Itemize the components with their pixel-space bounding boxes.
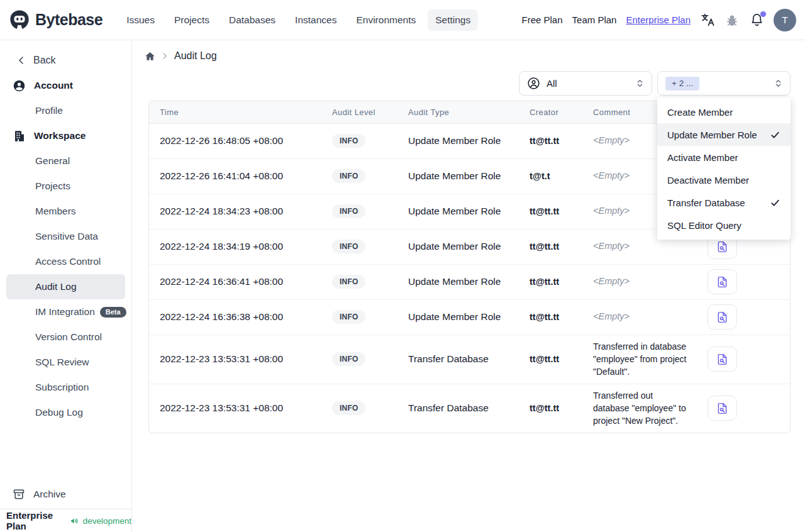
- translate-icon[interactable]: [700, 13, 715, 28]
- audit-level-cell: INFO: [321, 123, 397, 158]
- free-plan-link[interactable]: Free Plan: [522, 14, 563, 25]
- sidebar-item-profile[interactable]: Profile: [6, 98, 125, 123]
- audit-level-cell: INFO: [321, 194, 397, 229]
- menu-item-transfer-database[interactable]: Transfer Database: [657, 191, 791, 214]
- audit-log-row: 2022-12-23 13:53:31 +08:00 INFO Transfer…: [149, 384, 790, 433]
- info-badge: INFO: [332, 401, 365, 415]
- navbar-right: Free Plan Team Plan Enterprise Plan T: [522, 9, 796, 31]
- bug-report-icon[interactable]: [724, 13, 740, 28]
- brand-name: Bytebase: [35, 11, 103, 29]
- team-plan-link[interactable]: Team Plan: [572, 14, 617, 25]
- enterprise-plan-link[interactable]: Enterprise Plan: [626, 14, 691, 25]
- time-cell: 2022-12-26 16:48:05 +08:00: [149, 123, 321, 158]
- main-nav: Issues Projects Databases Instances Envi…: [119, 9, 478, 31]
- menu-item-sql-editor-query[interactable]: SQL Editor Query: [657, 214, 791, 236]
- menu-item-update-member-role[interactable]: Update Member Role: [657, 123, 791, 146]
- audit-type-cell: Update Member Role: [397, 299, 519, 335]
- breadcrumb-current: Audit Log: [174, 50, 217, 62]
- back-button[interactable]: Back: [0, 48, 131, 73]
- info-badge: INFO: [332, 310, 365, 324]
- archive-icon: [13, 488, 25, 501]
- sidebar-item-members[interactable]: Members: [6, 199, 125, 224]
- audit-type-cell: Update Member Role: [397, 158, 519, 194]
- comment-cell: <Empty>: [582, 264, 697, 299]
- info-badge: INFO: [332, 204, 365, 218]
- view-detail-button[interactable]: [708, 269, 737, 294]
- audit-type-cell: Update Member Role: [397, 264, 519, 299]
- file-search-icon: [716, 240, 729, 253]
- person-icon: [527, 77, 540, 90]
- bytebase-logo-icon: [9, 9, 30, 31]
- menu-item-label: Deactivate Member: [667, 175, 749, 186]
- menu-item-activate-member[interactable]: Activate Member: [657, 146, 791, 169]
- creator-cell: tt@tt.tt: [519, 384, 582, 433]
- action-cell: [697, 264, 790, 299]
- column-header-audit-type: Audit Type: [397, 101, 519, 123]
- view-detail-button[interactable]: [708, 346, 737, 372]
- avatar[interactable]: T: [774, 9, 796, 31]
- creator-filter-select[interactable]: All: [519, 71, 652, 96]
- file-search-icon: [716, 275, 729, 289]
- group-label: Account: [34, 80, 73, 91]
- building-icon: [13, 130, 26, 143]
- sidebar-item-subscription[interactable]: Subscription: [6, 375, 125, 400]
- comment-cell: Transferred in database "employee" from …: [582, 335, 697, 384]
- settings-sidebar: Back Account Profile Workspace General P…: [0, 40, 132, 532]
- menu-item-label: Create Member: [667, 107, 733, 118]
- menu-item-label: Update Member Role: [667, 130, 757, 140]
- sidebar-item-debug-log[interactable]: Debug Log: [6, 400, 125, 425]
- creator-cell: tt@tt.tt: [519, 194, 582, 229]
- environment-label: development: [83, 516, 131, 526]
- nav-databases[interactable]: Databases: [221, 9, 283, 31]
- info-badge: INFO: [332, 352, 365, 366]
- sidebar-item-version-control[interactable]: Version Control: [6, 324, 125, 350]
- view-detail-button[interactable]: [708, 304, 737, 330]
- file-search-icon: [716, 353, 729, 366]
- menu-item-deactivate-member[interactable]: Deactivate Member: [657, 169, 791, 191]
- sidebar-item-archive[interactable]: Archive: [0, 480, 131, 509]
- audit-type-filter-select[interactable]: + 2 ...: [657, 71, 791, 96]
- sidebar-item-im-integration[interactable]: IM Integration Beta: [6, 299, 125, 324]
- creator-cell: tt@tt.tt: [519, 123, 582, 158]
- sidebar-item-sql-review[interactable]: SQL Review: [6, 350, 125, 375]
- sidebar-item-access-control[interactable]: Access Control: [6, 249, 125, 274]
- audit-level-cell: INFO: [321, 264, 397, 299]
- notification-bell-icon[interactable]: [749, 13, 764, 28]
- volume-icon: [70, 516, 79, 526]
- menu-item-create-member[interactable]: Create Member: [657, 101, 791, 123]
- selector-icon: [635, 78, 645, 89]
- sidebar-item-general[interactable]: General: [6, 148, 125, 174]
- audit-type-cell: Update Member Role: [397, 229, 519, 264]
- column-header-audit-level: Audit Level: [321, 101, 397, 123]
- home-icon[interactable]: [145, 51, 155, 62]
- archive-label: Archive: [33, 489, 66, 500]
- sidebar-item-audit-log[interactable]: Audit Log: [6, 274, 125, 299]
- creator-cell: tt@tt.tt: [519, 335, 582, 384]
- nav-environments[interactable]: Environments: [348, 9, 423, 31]
- file-search-icon: [716, 311, 729, 324]
- info-badge: INFO: [332, 169, 365, 183]
- view-detail-button[interactable]: [708, 396, 737, 421]
- filter-toolbar: All + 2 ...: [132, 71, 791, 96]
- nav-projects[interactable]: Projects: [167, 9, 217, 31]
- nav-settings[interactable]: Settings: [428, 9, 478, 31]
- action-cell: [697, 335, 790, 384]
- audit-type-filter-summary: + 2 ...: [665, 77, 699, 91]
- audit-level-cell: INFO: [321, 335, 397, 384]
- chevron-right-icon: [161, 52, 169, 60]
- time-cell: 2022-12-24 16:36:41 +08:00: [149, 264, 321, 299]
- bytebase-logo[interactable]: Bytebase: [9, 9, 103, 31]
- creator-cell: tt@tt.tt: [519, 229, 582, 264]
- action-cell: [697, 384, 790, 433]
- group-label: Workspace: [34, 130, 86, 141]
- comment-cell: <Empty>: [582, 299, 697, 335]
- sidebar-item-projects[interactable]: Projects: [6, 174, 125, 199]
- nav-issues[interactable]: Issues: [119, 9, 162, 31]
- breadcrumb: Audit Log: [145, 48, 805, 64]
- nav-instances[interactable]: Instances: [287, 9, 344, 31]
- audit-type-cell: Transfer Database: [397, 335, 519, 384]
- sidebar-item-sensitive-data[interactable]: Sensitive Data: [6, 224, 125, 249]
- info-badge: INFO: [332, 240, 365, 253]
- check-icon: [770, 130, 780, 140]
- audit-level-cell: INFO: [321, 158, 397, 194]
